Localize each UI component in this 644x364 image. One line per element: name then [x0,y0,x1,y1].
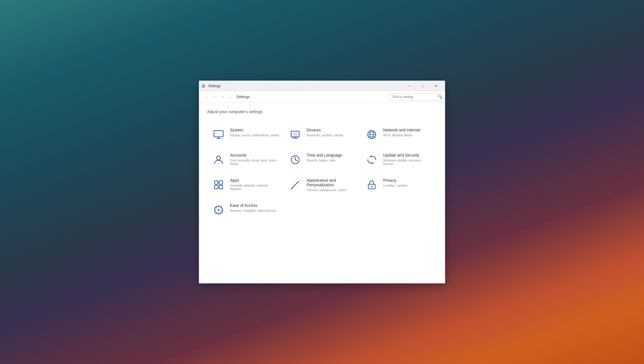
maximize-button[interactable]: □ [416,81,429,91]
svg-rect-18 [215,185,218,189]
setting-item-time[interactable]: Time and Language Speech, region, date [284,147,360,172]
setting-item-ease[interactable]: Ease of Access Narrator, magnifier, high… [207,197,284,223]
svg-rect-16 [215,181,218,184]
time-icon [288,153,302,167]
privacy-desc: Location, camera [383,184,432,187]
devices-text: Devices Bluetooth, printers, mouse [307,128,356,137]
svg-point-12 [217,156,221,160]
search-box: 🔍 [390,93,441,101]
svg-line-20 [292,183,297,188]
svg-point-26 [218,209,219,211]
privacy-icon [365,178,379,192]
privacy-text: Privacy Location, camera [383,178,432,187]
setting-item-devices[interactable]: Devices Bluetooth, printers, mouse [284,122,360,147]
svg-line-32 [220,212,221,213]
svg-rect-19 [219,185,223,189]
time-desc: Speech, region, date [307,159,356,162]
settings-window: ⚙ Settings — □ ✕ ← → ↑ › Settings 🔍 Adju… [199,81,445,283]
nav-bar: ← → ↑ › Settings 🔍 [199,91,445,103]
accounts-title: Accounts [230,153,279,157]
network-icon [365,128,379,141]
update-desc: Windows Update, recovery, backup [383,159,432,165]
next-button[interactable]: › [227,93,235,101]
setting-item-apps[interactable]: Apps Uninstall, defaults, optional featu… [207,172,284,197]
system-icon [212,128,225,141]
accounts-icon [212,153,225,167]
svg-line-22 [292,188,292,188]
minimize-button[interactable]: — [403,81,416,91]
svg-line-15 [295,160,297,161]
ease-text: Ease of Access Narrator, magnifier, high… [230,203,279,212]
ease-icon [212,203,225,217]
svg-line-33 [220,207,221,208]
settings-content: Adjust your computer's settings System D… [199,103,445,283]
forward-button[interactable]: → [211,93,219,101]
apps-title: Apps [230,178,279,183]
app-icon: ⚙ [201,83,207,89]
appearance-text: Appearance and Personalization Themes, b… [307,178,356,192]
page-heading: Adjust your computer's settings [207,109,437,114]
close-button[interactable]: ✕ [429,81,443,91]
svg-line-34 [216,212,217,213]
system-desc: Display, sound, notifications, power [230,133,279,137]
appearance-desc: Themes, background, colors [307,188,356,192]
breadcrumb: Settings [235,95,390,99]
devices-icon [288,128,302,141]
setting-item-accounts[interactable]: Accounts Your accounts, email, sync, wor… [207,147,284,172]
setting-item-privacy[interactable]: Privacy Location, camera [360,172,437,197]
network-title: Network and Internet [383,128,432,132]
devices-title: Devices [307,128,356,132]
svg-rect-17 [219,181,223,184]
appearance-title: Appearance and Personalization [307,178,356,187]
apps-icon [212,178,225,192]
back-button[interactable]: ← [203,93,211,101]
ease-desc: Narrator, magnifier, high contrast [230,209,279,212]
title-bar: ⚙ Settings — □ ✕ [199,81,445,91]
update-title: Update and Security [383,153,432,157]
setting-item-appearance[interactable]: Appearance and Personalization Themes, b… [284,172,360,197]
devices-desc: Bluetooth, printers, mouse [307,133,356,137]
svg-line-21 [297,181,299,183]
svg-rect-0 [214,131,223,137]
setting-item-update[interactable]: Update and Security Windows Update, reco… [360,147,437,172]
apps-desc: Uninstall, defaults, optional features [230,184,279,191]
update-icon [365,153,379,167]
ease-title: Ease of Access [230,203,279,208]
privacy-title: Privacy [383,178,432,183]
search-input[interactable] [390,93,438,100]
svg-rect-6 [293,133,297,135]
appearance-icon [288,178,302,192]
up-button[interactable]: ↑ [219,93,227,101]
network-text: Network and Internet Wi-Fi, Airplane Mod… [383,128,432,137]
time-title: Time and Language [307,153,356,157]
system-title: System [230,128,279,132]
apps-text: Apps Uninstall, defaults, optional featu… [230,178,279,191]
window-controls: — □ ✕ [403,81,443,91]
setting-item-network[interactable]: Network and Internet Wi-Fi, Airplane Mod… [360,122,437,147]
svg-point-24 [371,186,373,187]
accounts-text: Accounts Your accounts, email, sync, wor… [230,153,279,165]
system-text: System Display, sound, notifications, po… [230,128,279,137]
time-text: Time and Language Speech, region, date [307,153,356,162]
network-desc: Wi-Fi, Airplane Mode [383,133,432,137]
settings-grid: System Display, sound, notifications, po… [207,122,437,223]
svg-line-31 [216,207,217,208]
setting-item-system[interactable]: System Display, sound, notifications, po… [207,122,284,147]
accounts-desc: Your accounts, email, sync, work, family [230,159,279,165]
search-button[interactable]: 🔍 [438,93,442,101]
update-text: Update and Security Windows Update, reco… [383,153,432,165]
window-title: Settings [208,84,403,88]
